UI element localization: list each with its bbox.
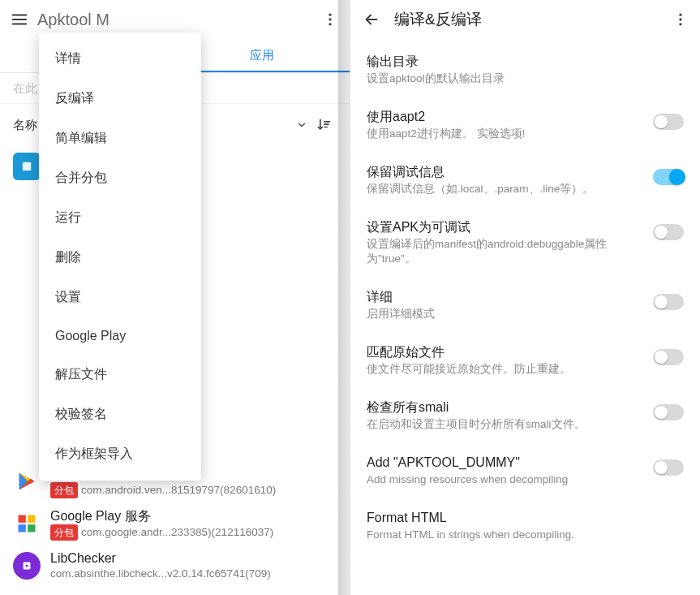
svg-rect-6 (19, 524, 26, 532)
setting-match-original[interactable]: 匹配原始文件 使文件尽可能接近原始文件。防止重建。 (350, 333, 700, 388)
setting-use-aapt2[interactable]: 使用aapt2 使用aapt2进行构建。 实验选项! (350, 97, 700, 153)
setting-keep-debug[interactable]: 保留调试信息 保留调试信息（如.local、.param、.line等）。 (350, 153, 700, 208)
setting-sub: 设置编译后的manifest的android:debuggable属性为"tru… (367, 237, 643, 266)
list-item[interactable]: LibChecker com.absinthe.libcheck...v2.0.… (0, 545, 350, 586)
menu-decompile[interactable]: 反编译 (39, 79, 201, 119)
split-badge: 分包 (50, 482, 78, 498)
switch-toggle[interactable] (653, 114, 684, 130)
setting-title: 设置APK为可调试 (367, 219, 643, 235)
menu-details[interactable]: 详情 (39, 39, 201, 79)
menu-settings[interactable]: 设置 (39, 278, 201, 317)
setting-sub: Add missing resources when decompiling (367, 472, 643, 487)
svg-point-0 (329, 14, 331, 16)
setting-sub: 使用aapt2进行构建。 实验选项! (367, 127, 643, 141)
playservices-icon (13, 510, 41, 537)
menu-verify-sign[interactable]: 校验签名 (39, 395, 201, 434)
setting-title: Add "APKTOOL_DUMMY" (367, 455, 643, 471)
setting-title: 匹配原始文件 (367, 344, 643, 360)
settings-title: 编译&反编译 (389, 9, 664, 30)
setting-title: Format HTML (367, 510, 674, 526)
setting-title: 详细 (367, 289, 643, 305)
setting-sub: 使文件尽可能接近原始文件。防止重建。 (367, 362, 643, 377)
chevron-down-icon[interactable] (293, 116, 311, 134)
settings-appbar: 编译&反编译 (350, 0, 700, 39)
split-badge: 分包 (50, 524, 78, 541)
svg-rect-7 (28, 524, 35, 532)
svg-point-9 (26, 565, 28, 567)
switch-toggle[interactable] (653, 459, 684, 476)
setting-output-dir[interactable]: 输出目录 设置apktool的默认输出目录 (350, 42, 700, 97)
app-meta-text: com.android.ven...81519797(82601610) (81, 484, 276, 496)
setting-add-dummy[interactable]: Add "APKTOOL_DUMMY" Add missing resource… (350, 443, 700, 498)
settings-list: 输出目录 设置apktool的默认输出目录 使用aapt2 使用aapt2进行构… (350, 39, 700, 557)
setting-title: 检查所有smali (367, 399, 643, 416)
app-name: LibChecker (50, 550, 337, 567)
setting-verbose[interactable]: 详细 启用详细模式 (350, 278, 700, 333)
sort-icon[interactable] (311, 112, 337, 138)
menu-google-play[interactable]: Google Play (39, 317, 201, 355)
hamburger-icon[interactable] (3, 3, 36, 36)
svg-point-12 (679, 23, 681, 25)
setting-debuggable[interactable]: 设置APK为可调试 设置编译后的manifest的android:debugga… (350, 208, 700, 278)
app-meta: com.absinthe.libcheck...v2.0.14.fc65741(… (50, 567, 337, 581)
app-name: Google Play 服务 (50, 508, 337, 524)
svg-point-11 (679, 18, 681, 20)
menu-simple-edit[interactable]: 简单编辑 (39, 119, 201, 158)
menu-merge-splits[interactable]: 合并分包 (39, 158, 201, 198)
svg-rect-4 (19, 515, 26, 523)
svg-rect-5 (28, 515, 35, 523)
app-title: Apktool M (36, 11, 314, 29)
setting-sub: 在启动和设置主项目时分析所有smali文件。 (367, 417, 643, 432)
switch-toggle[interactable] (653, 294, 684, 310)
overflow-icon[interactable] (314, 3, 346, 36)
setting-sub: 保留调试信息（如.local、.param、.line等）。 (367, 182, 643, 196)
svg-point-1 (329, 18, 331, 20)
setting-sub: 启用详细模式 (367, 307, 643, 321)
menu-delete[interactable]: 删除 (39, 238, 201, 278)
app-meta: 分包com.google.andr...233385)(212116037) (50, 524, 337, 541)
menu-import-framework[interactable]: 作为框架导入 (39, 434, 201, 474)
switch-toggle[interactable] (653, 224, 684, 240)
back-icon[interactable] (354, 2, 389, 37)
left-pane: Apktool M 应用 在此 名称 (0, 0, 350, 595)
setting-title: 使用aapt2 (367, 109, 643, 125)
switch-toggle[interactable] (653, 404, 684, 420)
search-placeholder: 在此 (13, 81, 37, 95)
context-menu: 详情 反编译 简单编辑 合并分包 运行 删除 设置 Google Play 解压… (39, 32, 201, 481)
list-item[interactable]: Google Play 服务 分包com.google.andr...23338… (0, 503, 350, 545)
app-meta-text: com.google.andr...233385)(212116037) (81, 526, 273, 538)
svg-point-2 (329, 23, 331, 25)
list-body: Google Play 服务 分包com.google.andr...23338… (50, 508, 337, 541)
right-pane: 编译&反编译 输出目录 设置apktool的默认输出目录 使用aapt2 使用a… (350, 0, 700, 595)
playstore-icon (13, 468, 41, 495)
overflow-icon[interactable] (664, 3, 697, 36)
libchecker-icon (13, 552, 41, 580)
list-body: LibChecker com.absinthe.libcheck...v2.0.… (50, 550, 337, 581)
setting-check-smali[interactable]: 检查所有smali 在启动和设置主项目时分析所有smali文件。 (350, 388, 700, 443)
app-meta: 分包com.android.ven...81519797(82601610) (50, 482, 337, 498)
switch-toggle[interactable] (653, 169, 684, 185)
menu-extract[interactable]: 解压文件 (39, 355, 201, 395)
menu-run[interactable]: 运行 (39, 198, 201, 238)
app-icon (13, 153, 41, 180)
setting-sub: Format HTML in strings when decompiling. (367, 528, 674, 542)
switch-toggle[interactable] (653, 349, 684, 365)
svg-rect-3 (23, 162, 32, 171)
setting-sub: 设置apktool的默认输出目录 (367, 71, 674, 86)
setting-format-html[interactable]: Format HTML Format HTML in strings when … (350, 498, 700, 554)
setting-title: 输出目录 (367, 54, 674, 70)
setting-title: 保留调试信息 (367, 164, 643, 180)
svg-point-10 (679, 14, 681, 16)
